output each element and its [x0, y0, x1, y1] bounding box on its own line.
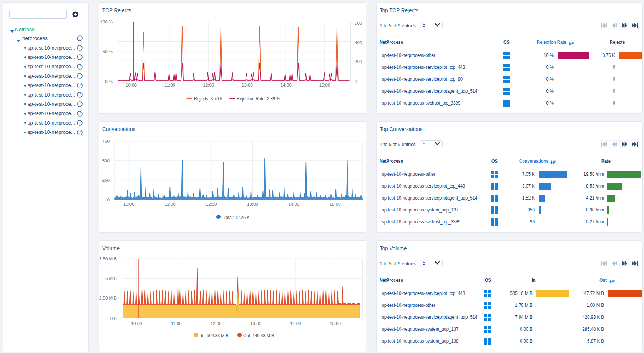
svg-text:i: i — [79, 102, 80, 106]
svg-text:i: i — [79, 83, 80, 88]
svg-text:i: i — [79, 46, 80, 50]
svg-text:i: i — [79, 121, 80, 125]
svg-text:i: i — [79, 74, 80, 78]
svg-text:i: i — [79, 65, 80, 69]
svg-text:i: i — [79, 36, 80, 40]
svg-text:i: i — [79, 93, 80, 97]
svg-text:i: i — [79, 112, 80, 116]
svg-text:i: i — [79, 130, 80, 135]
svg-text:i: i — [79, 55, 80, 59]
